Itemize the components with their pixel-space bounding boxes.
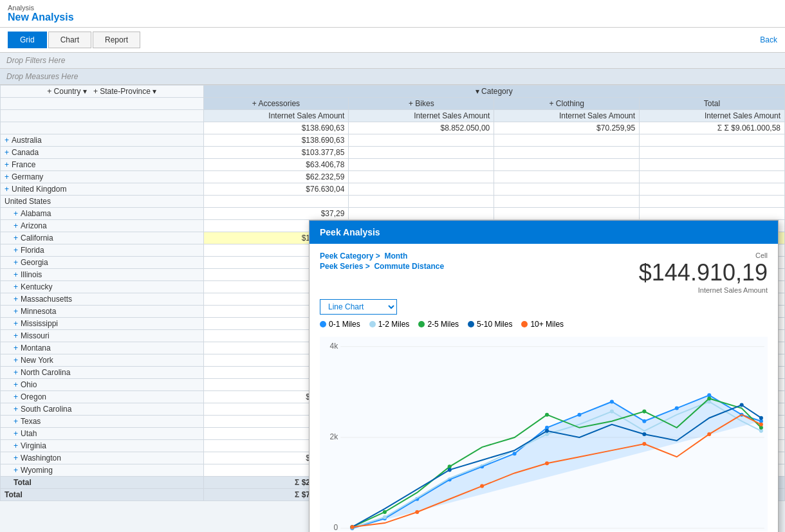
peek-analysis-popup: Peek Analysis Peek Category > Month Peek… [309, 220, 779, 532]
row-label: +Texas [1, 416, 204, 428]
row-label: +Mississippi [1, 318, 204, 330]
header-row-spacer [1, 122, 204, 134]
tab-chart[interactable]: Chart [48, 32, 91, 48]
cell-value [494, 208, 640, 220]
row-label: +Utah [1, 428, 204, 440]
row-label: +Washington [1, 452, 204, 464]
page-title: New Analysis [8, 12, 777, 23]
row-label: +Arizona [1, 220, 204, 232]
svg-point-50 [480, 484, 484, 488]
svg-point-51 [545, 461, 549, 465]
peek-value: $144.910,19 [639, 259, 768, 286]
svg-point-36 [383, 510, 387, 514]
legend-dot-1-2 [369, 321, 376, 327]
cell-value [349, 171, 494, 183]
cell-value [640, 147, 785, 159]
row-label: +Ohio [1, 379, 204, 391]
measures-drop-zone: Drop Measures Here [0, 69, 785, 85]
legend-label-2-5: 2-5 Miles [427, 320, 459, 329]
accessories-header: + Accessories [203, 98, 349, 110]
svg-point-38 [545, 413, 549, 417]
row-label: +United Kingdom [1, 183, 204, 196]
row-label: +Missouri [1, 330, 204, 342]
cell-value [349, 196, 494, 208]
row-label: +Minnesota [1, 306, 204, 318]
cell-value: $76.630,04 [203, 183, 349, 196]
category-header: ▾ Category [203, 86, 784, 98]
peek-category-value: Month [384, 252, 407, 261]
cell-value [640, 159, 785, 171]
cell-value [640, 183, 785, 196]
legend-item-0-1: 0-1 Miles [320, 320, 360, 329]
peek-right: Cell $144.910,19 Internet Sales Amount [639, 252, 768, 294]
svg-point-40 [707, 396, 711, 400]
svg-point-43 [448, 468, 452, 472]
legend-label-5-10: 5-10 Miles [477, 320, 512, 329]
row-label: +Florida [1, 244, 204, 257]
main-content: + Country ▾ + State-Province ▾ ▾ Categor… [0, 85, 785, 532]
bikes-sub: Internet Sales Amount [349, 110, 494, 122]
tab-group: Grid Chart Report [8, 32, 140, 48]
cell-value [349, 147, 494, 159]
peek-series: Peek Series > Commute Distance [320, 262, 444, 271]
peek-left: Peek Category > Month Peek Series > Comm… [320, 252, 444, 271]
cell-value [349, 208, 494, 220]
cell-value: $62.232,59 [203, 171, 349, 183]
cell-value [349, 134, 494, 147]
row-label: +California [1, 232, 204, 244]
svg-text:2k: 2k [329, 432, 338, 441]
cell-value [349, 183, 494, 196]
legend-label-0-1: 0-1 Miles [329, 320, 360, 329]
tab-grid[interactable]: Grid [8, 32, 47, 48]
table-row: +Canada$103.377,85 [1, 147, 785, 159]
tab-report[interactable]: Report [93, 32, 140, 48]
table-row: +France$63.406,78 [1, 159, 785, 171]
cell-value [640, 134, 785, 147]
clothing-header: + Clothing [494, 98, 640, 110]
peek-category: Peek Category > Month [320, 252, 444, 261]
cell-value [494, 183, 640, 196]
cell-value [349, 159, 494, 171]
analysis-label: Analysis [8, 4, 777, 12]
total-sub: Internet Sales Amount [640, 110, 785, 122]
popup-body: Peek Category > Month Peek Series > Comm… [309, 244, 778, 532]
chart-type-selector: Line Chart Bar Chart Area Chart [320, 299, 768, 315]
svg-text:4k: 4k [329, 342, 338, 351]
row-label: +Alabama [1, 208, 204, 220]
svg-point-52 [642, 442, 646, 446]
toolbar: Grid Chart Report Back [0, 28, 785, 53]
legend-label-1-2: 1-2 Miles [378, 320, 410, 329]
cell-value [640, 208, 785, 220]
legend-dot-0-1 [320, 321, 326, 327]
svg-point-47 [759, 416, 763, 420]
svg-point-54 [759, 423, 763, 427]
svg-point-46 [740, 403, 744, 407]
legend-dot-5-10 [468, 321, 474, 327]
legend-label-10plus: 10+ Miles [530, 320, 564, 329]
legend-item-10plus: 10+ Miles [521, 320, 564, 329]
row-label: +Australia [1, 134, 204, 147]
row-label: +Wyoming [1, 464, 204, 477]
row-label: +Virginia [1, 440, 204, 452]
chart-type-select[interactable]: Line Chart Bar Chart Area Chart [320, 299, 397, 315]
row-label: +France [1, 159, 204, 171]
back-button[interactable]: Back [760, 35, 777, 44]
svg-point-23 [610, 399, 614, 403]
legend-item-2-5: 2-5 Miles [418, 320, 459, 329]
row-label: +North Carolina [1, 367, 204, 379]
row-label: +Illinois [1, 269, 204, 281]
peek-value-label: Internet Sales Amount [639, 286, 768, 294]
header-bikes-val: $8.852.050,00 [349, 122, 494, 134]
svg-point-22 [577, 413, 581, 417]
cell-value [203, 196, 349, 208]
svg-text:0: 0 [334, 523, 338, 532]
cell-value: $37,29 [203, 208, 349, 220]
cell-value: $103.377,85 [203, 147, 349, 159]
line-chart-svg: 4k 2k 0 December 2012 February 2013 Apri… [320, 331, 768, 532]
svg-point-30 [383, 515, 387, 519]
row-label: United States [1, 196, 204, 208]
table-row: +Australia$138.690,63 [1, 134, 785, 147]
peek-series-value: Commute Distance [374, 262, 444, 271]
legend-item-5-10: 5-10 Miles [468, 320, 512, 329]
row-dimension-header: + Country ▾ + State-Province ▾ [1, 86, 204, 98]
